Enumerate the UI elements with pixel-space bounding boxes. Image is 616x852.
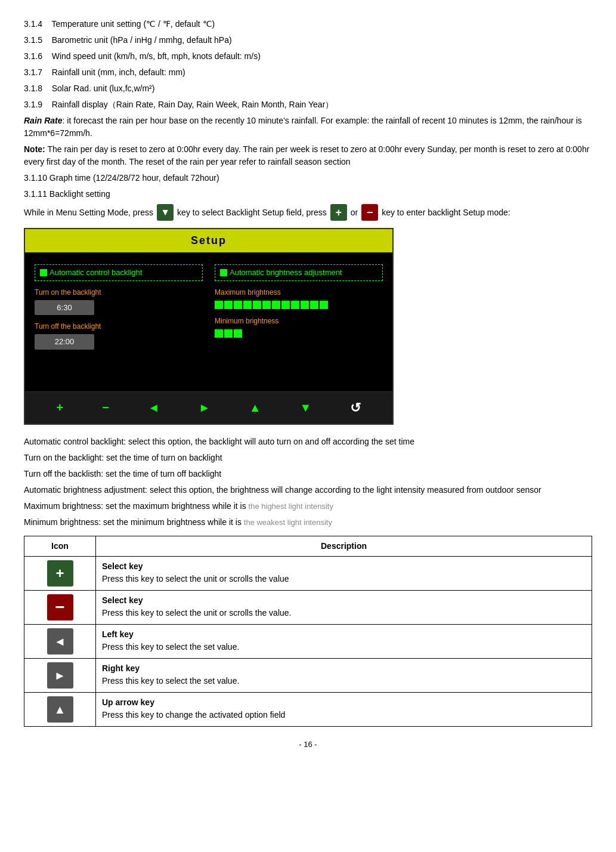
desc4-para: Automatic brightness adjustment: select … (24, 484, 592, 496)
bar-seg-8 (281, 301, 290, 309)
section-317: 3.1.7 Rainfall unit (mm, inch, default: … (24, 66, 592, 79)
table-row-title: Up arrow key (102, 697, 154, 707)
display-footer: + − ◄ ► ▲ ▼ ↺ (25, 391, 392, 424)
display-spacer (25, 356, 392, 391)
bar-seg-5 (253, 301, 261, 309)
desc5-end: the highest light intensity (249, 502, 333, 511)
min-bar-seg-2 (224, 329, 233, 338)
note-text: The rain per day is reset to zero at 0:0… (24, 144, 589, 166)
checkbox1-label: Automatic control backlight (35, 264, 203, 281)
min-bright-label: Minimum brightness (215, 316, 383, 326)
desc6-para: Minimum brightness: set the minimum brig… (24, 516, 592, 529)
section-3111-text: 3.1.11 Backlight setting (24, 189, 110, 199)
min-brightness-bar (215, 329, 383, 338)
bar-seg-12 (320, 301, 328, 309)
table-icon-cell: ▲ (24, 692, 96, 726)
bar-seg-7 (272, 301, 280, 309)
checkbox2-box (220, 269, 227, 276)
turn-off-value: 22:00 (35, 334, 94, 350)
table-desc-cell: Select keyPress this key to select the u… (96, 556, 592, 590)
display-screen: Setup Automatic control backlight Turn o… (24, 228, 394, 425)
table-row: + Select keyPress this key to select the… (24, 556, 592, 590)
table-row-desc: Press this key to change the activated o… (102, 710, 285, 720)
section-314-text: 3.1.4 Temperature unit setting (℃ / ℉, d… (24, 19, 215, 29)
display-left-col: Automatic control backlight Turn on the … (35, 264, 203, 350)
section-314: 3.1.4 Temperature unit setting (℃ / ℉, d… (24, 18, 592, 30)
desc5-start: Maximum brightness: set the maximum brig… (24, 501, 249, 511)
section-316-text: 3.1.6 Wind speed unit (km/h, m/s, bft, m… (24, 51, 261, 61)
table-row-desc: Press this key to select the unit or scr… (102, 608, 291, 618)
footer-left-btn[interactable]: ◄ (148, 399, 160, 416)
turn-off-group: Turn off the backlight 22:00 (35, 321, 203, 350)
section-315-text: 3.1.5 Barometric unit (hPa / inHg / mmhg… (24, 35, 232, 45)
min-brightness-group: Minimum brightness (215, 316, 383, 338)
table-icon-cell: − (24, 590, 96, 624)
min-bar-seg-3 (234, 329, 242, 338)
page-footer: - 16 - (24, 739, 592, 751)
turn-on-group: Turn on the backlight 6:30 (35, 287, 203, 316)
table-row-desc: Press this key to select the set value. (102, 642, 239, 652)
table-desc-cell: Up arrow keyPress this key to change the… (96, 692, 592, 726)
footer-back-btn[interactable]: ↺ (350, 398, 361, 418)
section-318-text: 3.1.8 Solar Rad. unit (lux,fc,w/m²) (24, 84, 154, 93)
bar-seg-3 (234, 301, 242, 309)
menu-intro-para: While in Menu Setting Mode, press ▼ key … (24, 204, 592, 221)
note-para: Note: The rain per day is reset to zero … (24, 143, 592, 168)
menu-intro-text: While in Menu Setting Mode, press (24, 206, 153, 219)
table-header-row: Icon Description (24, 536, 592, 556)
bar-seg-11 (310, 301, 318, 309)
max-brightness-bar (215, 300, 383, 310)
table-row-title: Left key (102, 629, 134, 639)
page-number: - 16 - (299, 740, 317, 749)
desc6-end: the weakest light intensity (244, 518, 332, 527)
desc2-para: Turn on the backlight: set the time of t… (24, 452, 592, 464)
table-row-desc: Press this key to select the unit or scr… (102, 574, 289, 584)
turn-on-value: 6:30 (35, 300, 94, 316)
footer-down-btn[interactable]: ▼ (300, 399, 312, 416)
bar-seg-9 (291, 301, 299, 309)
table-row: − Select keyPress this key to select the… (24, 590, 592, 624)
menu-mid1-text: key to select Backlight Setup field, pre… (177, 206, 327, 219)
table-desc-cell: Right keyPress this key to select the se… (96, 658, 592, 692)
table-row: ◄ Left keyPress this key to select the s… (24, 624, 592, 658)
page-content: 3.1.4 Temperature unit setting (℃ / ℉, d… (24, 18, 592, 750)
table-icon-cell: + (24, 556, 96, 590)
plus-key-icon: + (330, 204, 347, 221)
section-315: 3.1.5 Barometric unit (hPa / inHg / mmhg… (24, 34, 592, 47)
icon-table: Icon Description + Select keyPress this … (24, 536, 592, 727)
table-row-title: Right key (102, 663, 140, 673)
note-label: Note: (24, 144, 45, 154)
turn-on-label: Turn on the backlight (35, 287, 203, 298)
table-row-title: Select key (102, 595, 143, 605)
footer-up-btn[interactable]: ▲ (249, 399, 261, 416)
checkbox2-label: Automatic brightness adjustment (215, 264, 383, 281)
footer-minus-btn[interactable]: − (102, 399, 109, 416)
bar-seg-1 (215, 301, 223, 309)
rain-rate-text: : it forecast the rain per hour base on … (24, 116, 582, 138)
checkbox2-text: Automatic brightness adjustment (230, 267, 342, 279)
table-icon-cell: ► (24, 658, 96, 692)
bar-seg-4 (243, 301, 252, 309)
footer-plus-btn[interactable]: + (57, 399, 64, 416)
display-body: Automatic control backlight Turn on the … (25, 252, 392, 356)
table-col-icon: Icon (24, 536, 96, 556)
table-row-desc: Press this key to select the set value. (102, 676, 239, 686)
min-bar-seg-1 (215, 329, 223, 338)
section-319: 3.1.9 Rainfall display（Rain Rate, Rain D… (24, 98, 592, 111)
section-317-text: 3.1.7 Rainfall unit (mm, inch, default: … (24, 67, 185, 77)
section-3111: 3.1.11 Backlight setting (24, 188, 592, 200)
display-header: Setup (25, 229, 392, 252)
footer-right-btn[interactable]: ► (199, 399, 211, 416)
desc6-start: Minimum brightness: set the minimum brig… (24, 517, 244, 527)
bar-seg-10 (301, 301, 309, 309)
bar-seg-6 (262, 301, 271, 309)
display-right-col: Automatic brightness adjustment Maximum … (215, 264, 383, 338)
checkbox1-text: Automatic control backlight (49, 267, 142, 279)
checkbox1-box (40, 269, 47, 276)
turn-off-label: Turn off the backlight (35, 321, 203, 332)
table-row-title: Select key (102, 561, 143, 571)
max-brightness-group: Maximum brightness (215, 287, 383, 310)
desc3-para: Turn off the backlisth: set the time of … (24, 468, 592, 480)
table-row: ▲ Up arrow keyPress this key to change t… (24, 692, 592, 726)
section-3110: 3.1.10 Graph time (12/24/28/72 hour, def… (24, 172, 592, 184)
